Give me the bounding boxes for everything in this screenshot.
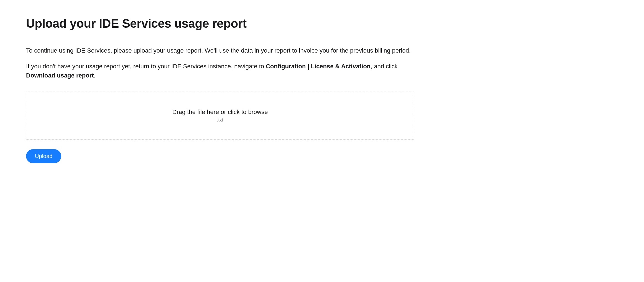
description-paragraph-2: If you don't have your usage report yet,… <box>26 62 414 80</box>
paragraph2-bold-action: Download usage report <box>26 72 94 79</box>
paragraph2-prefix: If you don't have your usage report yet,… <box>26 63 266 70</box>
upload-button[interactable]: Upload <box>26 149 61 163</box>
paragraph2-middle: , and click <box>370 63 398 70</box>
paragraph2-suffix: . <box>94 72 95 79</box>
paragraph2-bold-nav: Configuration | License & Activation <box>266 63 370 70</box>
page-title: Upload your IDE Services usage report <box>26 17 414 30</box>
description-paragraph-1: To continue using IDE Services, please u… <box>26 46 414 55</box>
file-drop-zone[interactable]: Drag the file here or click to browse .t… <box>26 92 414 140</box>
drop-zone-text: Drag the file here or click to browse <box>172 108 268 116</box>
drop-zone-file-type-hint: .txt <box>217 117 223 123</box>
